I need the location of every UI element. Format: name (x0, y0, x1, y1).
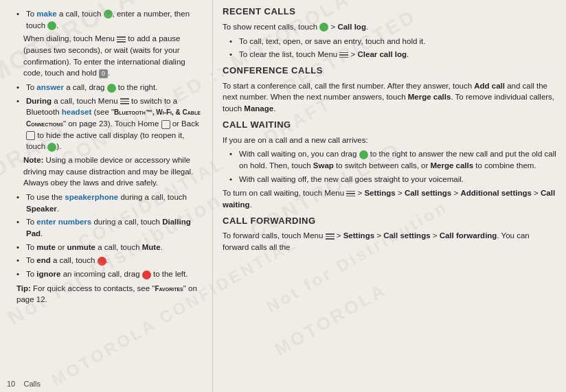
call-waiting-bullets: • With call waiting on, you can drag to … (229, 148, 558, 185)
page-container: MOTOROLA CONTROLLED :: MOTOROLA DRAFT CO… (0, 0, 566, 392)
list-item: When dialing, touch Menu to add a pause … (23, 33, 205, 79)
conference-calls-body: To start a conference call, call the fir… (223, 80, 558, 115)
list-item: • To answer a call, drag to the right. (16, 82, 205, 93)
bullet-dot: • (16, 268, 23, 280)
list-item: • During a call, touch Menu to switch to… (16, 95, 205, 152)
item-text: To call, text, open, or save an entry, t… (239, 36, 425, 47)
section-heading-call-waiting: CALL WAITING (223, 119, 558, 132)
bullet-dot: • (16, 192, 23, 214)
bullet-dot: • (16, 255, 23, 266)
item-text: To answer a call, drag to the right. (26, 82, 157, 93)
page-footer: 10 Calls (7, 380, 41, 388)
recent-calls-bullets: • To call, text, open, or save an entry,… (229, 36, 558, 60)
bullet-dot: • (16, 8, 23, 31)
list-item: • To enter numbers during a call, touch … (16, 216, 205, 239)
section-heading-call-forwarding: CALL FORWARDING (223, 215, 558, 228)
item-text: To use the speakerphone during a call, t… (26, 192, 205, 214)
bullet-dot: • (16, 242, 23, 253)
page-category: Calls (23, 380, 40, 388)
list-item: • To clear the list, touch Menu > Clear … (229, 49, 558, 60)
call-waiting-intro: If you are on a call and a new call arri… (223, 135, 558, 146)
list-item: • To make a call, touch , enter a number… (16, 8, 205, 31)
bullet-dot: • (16, 95, 23, 152)
left-column: • To make a call, touch , enter a number… (0, 0, 213, 392)
list-item: • To mute or unmute a call, touch Mute. (16, 242, 205, 253)
item-text: With call waiting off, the new call goes… (239, 174, 464, 185)
call-forwarding-body: To forward calls, touch Menu > Settings … (223, 230, 558, 253)
list-item: • To ignore an incoming call, drag to th… (16, 268, 205, 280)
list-item: • To end a call, touch . (16, 255, 205, 266)
item-text: To enter numbers during a call, touch Di… (26, 216, 205, 239)
item-text: During a call, touch Menu to switch to a… (26, 95, 205, 152)
bullet-dot: • (229, 49, 236, 60)
list-item: • To use the speakerphone during a call,… (16, 192, 205, 214)
section-heading-conference-calls: CONFERENCE CALLS (223, 65, 558, 78)
item-text: To end a call, touch . (26, 255, 109, 266)
left-bullet-list: • To make a call, touch , enter a number… (16, 8, 205, 305)
section-call-waiting: CALL WAITING If you are on a call and a … (223, 119, 558, 211)
tip-block: Tip: For quick access to contacts, see "… (16, 283, 205, 305)
bullet-dot: • (229, 148, 236, 171)
section-recent-calls: RECENT CALLS To show recent calls, touch… (223, 5, 558, 60)
bullet-dot: • (16, 82, 23, 93)
right-column: RECENT CALLS To show recent calls, touch… (213, 0, 566, 392)
section-conference-calls: CONFERENCE CALLS To start a conference c… (223, 65, 558, 115)
item-text: To mute or unmute a call, touch Mute. (26, 242, 163, 253)
item-text: To clear the list, touch Menu > Clear ca… (239, 49, 409, 60)
bullet-dot: • (229, 36, 236, 47)
page-number: 10 (7, 380, 15, 388)
bullet-dot: • (16, 216, 23, 239)
item-text: To make a call, touch , enter a number, … (26, 8, 205, 31)
list-item: • To call, text, open, or save an entry,… (229, 36, 558, 47)
item-text: With call waiting on, you can drag to th… (239, 148, 558, 171)
recent-calls-intro: To show recent calls, touch > Call log. (223, 21, 558, 33)
list-item: • With call waiting on, you can drag to … (229, 148, 558, 171)
call-waiting-footer: To turn on call waiting, touch Menu > Se… (223, 187, 558, 210)
note-block: Note: Using a mobile device or accessory… (23, 154, 205, 189)
section-heading-recent-calls: RECENT CALLS (223, 5, 558, 19)
item-text: To ignore an incoming call, drag to the … (26, 268, 188, 280)
list-item: • With call waiting off, the new call go… (229, 174, 558, 185)
section-call-forwarding: CALL FORWARDING To forward calls, touch … (223, 215, 558, 253)
bullet-dot: • (229, 174, 236, 185)
